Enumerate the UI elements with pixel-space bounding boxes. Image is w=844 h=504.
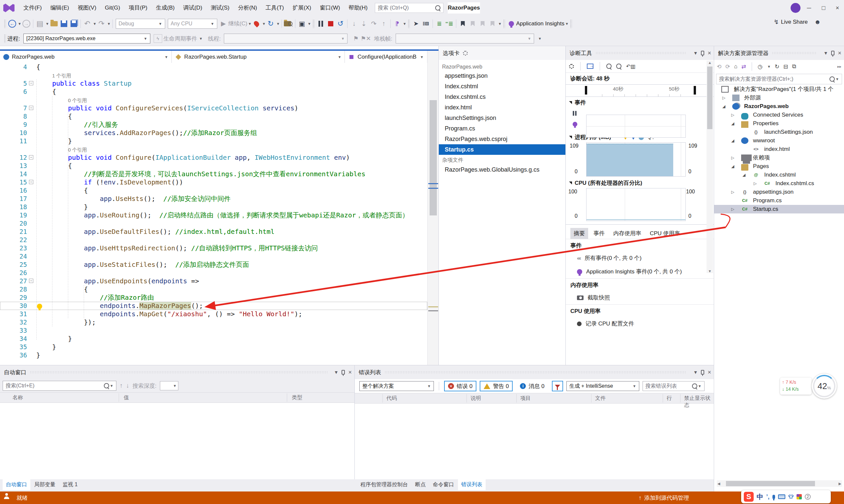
bottom-tab-局部变量[interactable]: 局部变量	[31, 479, 59, 490]
navigate-back-dropdown-icon[interactable]: ▼	[18, 22, 21, 26]
feedback-person-icon[interactable]: ☻	[814, 18, 821, 26]
new-item-button[interactable]: ▤	[35, 19, 45, 29]
web-browser-icon[interactable]: ▣	[297, 19, 307, 29]
chevron-right-icon[interactable]: ▷	[731, 154, 734, 162]
code-line[interactable]: 5− public class Startup	[0, 79, 427, 88]
warnings-filter-button[interactable]: 警告 0	[480, 381, 513, 391]
refresh-icon[interactable]: ↻	[775, 63, 779, 70]
tree-item-launchSettings.json[interactable]: {}launchSettings.json	[714, 128, 844, 137]
pending-changes-filter-icon[interactable]: ◷	[758, 63, 762, 70]
restart-debugging-button[interactable]: ↺	[335, 19, 345, 29]
continue-button[interactable]: 继续(C)	[228, 20, 247, 28]
chevron-right-icon[interactable]: ▷	[731, 111, 734, 119]
debug-location-grip[interactable]	[4, 34, 6, 43]
tree-item-Program.cs[interactable]: C#Program.cs	[714, 196, 844, 205]
take-snapshot-link[interactable]: 截取快照	[566, 291, 714, 304]
continue-dropdown-icon[interactable]: ▼	[248, 22, 252, 26]
quick-search-input[interactable]: 搜索 (Ctrl+Q)	[375, 3, 444, 13]
show-next-statement-icon[interactable]: ↓	[349, 19, 359, 29]
minimize-button[interactable]: ─	[802, 0, 816, 16]
diagnostic-tools-header[interactable]: 诊断工具 ▼ ×	[566, 46, 714, 60]
memory-chart[interactable]	[586, 142, 686, 177]
tab-item-Index.cshtml[interactable]: Index.cshtml	[439, 81, 565, 92]
codelens-references[interactable]: 0 个引用	[68, 97, 87, 103]
code-line[interactable]: 16 {	[0, 186, 427, 195]
menu-item-10[interactable]: 工具(T)	[261, 0, 289, 16]
lifecycle-events-icon[interactable]: ϟ	[154, 34, 162, 43]
hot-reload-dropdown-icon[interactable]: ▼	[262, 22, 266, 26]
feedback-icon[interactable]	[4, 497, 9, 499]
menu-item-2[interactable]: 编辑(E)	[46, 0, 73, 16]
account-avatar[interactable]	[791, 3, 800, 13]
close-button[interactable]: ×	[831, 0, 844, 16]
chevron-right-icon[interactable]: ▷	[754, 179, 757, 188]
bottom-tab-自动窗口[interactable]: 自动窗口	[3, 479, 30, 490]
events-section-header[interactable]: 事件	[566, 97, 714, 108]
all-events-link[interactable]: ‹‹‹ 所有事件(0 个, 共 0 个)	[566, 251, 714, 265]
tree-item-index.html[interactable]: <>index.html	[714, 145, 844, 154]
code-line[interactable]: 33	[0, 326, 427, 335]
solution-configuration-dropdown[interactable]: Debug▼	[116, 19, 165, 29]
tree-item-解决方案"RazorPages"(1 个项目/共 1 个[interactable]: 解决方案"RazorPages"(1 个项目/共 1 个	[714, 85, 844, 93]
flag-threads-icon[interactable]: ⚑	[351, 34, 361, 43]
tree-item-Index.cshtml[interactable]: ◢@Index.cshtml	[714, 170, 844, 179]
autos-body[interactable]	[0, 403, 355, 469]
zoom-out-icon[interactable]	[616, 64, 621, 69]
fold-collapse-icon[interactable]: −	[29, 81, 33, 85]
navigate-forward-button[interactable]: →	[21, 19, 31, 29]
bottom-tab-监视 1[interactable]: 监视 1	[59, 479, 81, 490]
window-position-dropdown-icon[interactable]: ▼	[824, 50, 828, 56]
code-structure-icon[interactable]: ⦀▤	[421, 19, 431, 29]
indent-increase-icon[interactable]: ⁼≣	[444, 19, 454, 29]
code-line[interactable]: 28 {	[0, 285, 427, 293]
code-line[interactable]: 34 }	[0, 335, 427, 343]
menu-item-5[interactable]: 项目(P)	[124, 0, 152, 16]
forward-icon[interactable]: ⟳	[725, 63, 730, 70]
scroll-right-arrow[interactable]: ▶	[839, 480, 841, 487]
quick-actions-lightbulb-icon[interactable]	[37, 303, 42, 311]
open-file-button[interactable]	[49, 19, 59, 29]
debug-toolbar-grip[interactable]	[312, 19, 314, 28]
code-line[interactable]: 9 //引入服务	[0, 121, 427, 129]
gear-icon[interactable]	[463, 51, 468, 56]
back-icon[interactable]: ⟲	[717, 63, 721, 70]
new-item-dropdown-icon[interactable]: ▼	[46, 22, 49, 26]
settings-gear-icon[interactable]	[569, 64, 574, 69]
thread-dropdown[interactable]: ▼	[224, 34, 347, 43]
show-threads-icon[interactable]: ⁋	[392, 19, 402, 29]
diagnostics-scrollbar[interactable]: ▲ ▼	[707, 60, 713, 273]
application-insights-icon[interactable]	[506, 19, 516, 29]
timeline-end-marker[interactable]	[694, 86, 696, 94]
cursor-select-icon[interactable]: ➤	[411, 19, 421, 29]
editor-vertical-scrollbar[interactable]	[427, 51, 439, 367]
hot-reload-icon[interactable]	[252, 19, 261, 29]
live-share-button[interactable]: ↯ Live Share ☻	[774, 18, 821, 26]
browse-with-icon[interactable]	[283, 19, 293, 29]
menu-item-11[interactable]: 扩展(X)	[288, 0, 315, 16]
tab-item-index.html[interactable]: index.html	[439, 102, 565, 113]
error-scope-dropdown[interactable]: 整个解决方案▼	[359, 381, 434, 391]
scroll-down-arrow[interactable]: ▼	[707, 269, 713, 273]
diagnostics-tab-CPU 使用率[interactable]: CPU 使用率	[647, 228, 684, 239]
web-browser-dropdown-icon[interactable]: ▼	[308, 22, 311, 26]
scroll-up-arrow[interactable]: ▲	[707, 60, 713, 65]
continue-play-icon[interactable]: ▶	[219, 19, 228, 29]
code-line[interactable]: 14 //判断是否是开发环境，可以去launchSettings.json文件中…	[0, 170, 427, 178]
menu-item-13[interactable]: 帮助(H)	[344, 0, 372, 16]
diagnostics-timeline[interactable]: 40秒 50秒	[566, 84, 714, 97]
chevron-down-icon[interactable]: ◢	[731, 162, 734, 170]
bottom-tab-命令窗口[interactable]: 命令窗口	[430, 479, 457, 490]
code-line[interactable]: 27− app.UseEndpoints(endpoints =>	[0, 277, 427, 285]
column-header-禁止显示状态[interactable]: 禁止显示状态	[684, 395, 714, 409]
code-line[interactable]: 22	[0, 236, 427, 244]
percent-badge-overlay[interactable]: 42 %	[812, 374, 837, 399]
keyboard-icon[interactable]	[778, 494, 785, 499]
stackframe-dropdown[interactable]: ▼	[396, 34, 534, 43]
tree-item-Pages[interactable]: ◢Pages	[714, 162, 844, 170]
close-icon[interactable]: ×	[707, 369, 711, 376]
codelens-row[interactable]: 1 个引用	[0, 71, 427, 79]
tree-item-依赖项[interactable]: ▷依赖项	[714, 154, 844, 162]
column-header-值[interactable]: 值	[124, 394, 129, 401]
close-icon[interactable]: ×	[707, 50, 711, 57]
codelens-references[interactable]: 1 个引用	[52, 73, 71, 78]
